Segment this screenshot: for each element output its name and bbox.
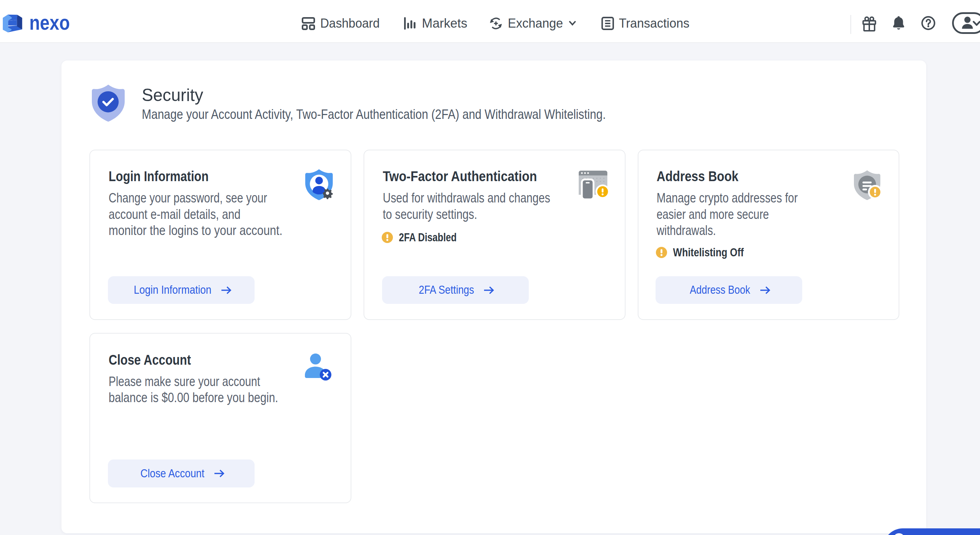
svg-text:nexo: nexo bbox=[29, 13, 70, 34]
